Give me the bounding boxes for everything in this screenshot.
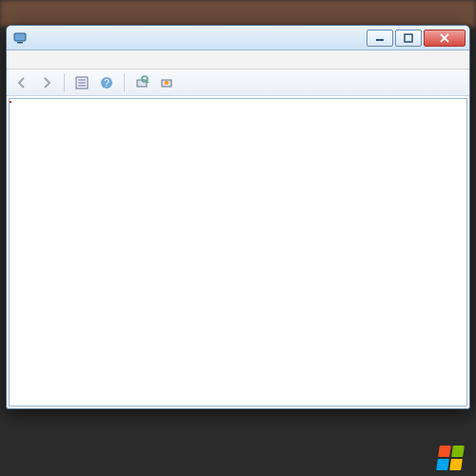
help-button[interactable]: ? (97, 73, 116, 92)
properties-button[interactable] (72, 73, 91, 92)
app-icon (12, 30, 28, 46)
menubar (7, 50, 469, 69)
titlebar[interactable] (7, 26, 469, 50)
svg-rect-0 (14, 33, 26, 41)
back-button[interactable] (12, 73, 31, 92)
highlight-annotation (10, 101, 11, 103)
watermark (438, 446, 468, 470)
toolbar: ? (7, 69, 469, 96)
svg-point-16 (165, 81, 169, 85)
svg-rect-3 (405, 34, 412, 42)
svg-rect-1 (17, 42, 23, 44)
close-button[interactable] (424, 30, 466, 47)
scan-hardware-button[interactable] (132, 73, 151, 92)
show-hidden-button[interactable] (157, 73, 176, 92)
svg-text:?: ? (104, 78, 109, 89)
device-manager-window: ? (6, 25, 470, 409)
windows-logo-icon (436, 446, 465, 470)
minimize-button[interactable] (367, 30, 393, 47)
forward-button[interactable] (37, 73, 56, 92)
device-tree[interactable] (9, 98, 467, 407)
maximize-button[interactable] (395, 30, 422, 47)
